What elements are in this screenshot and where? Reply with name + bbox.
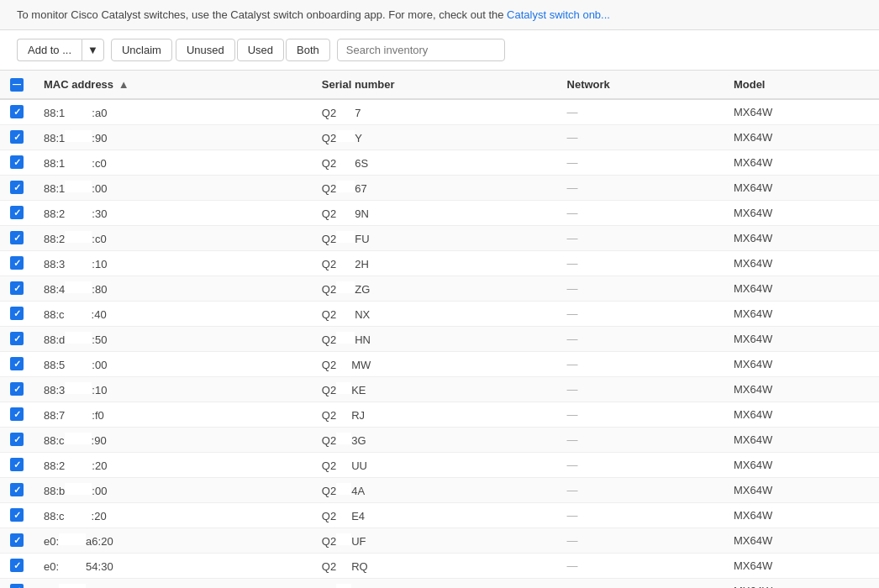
row-checkbox[interactable] xyxy=(10,281,24,295)
row-checkbox[interactable] xyxy=(10,155,24,169)
network: — xyxy=(557,553,724,578)
network: — xyxy=(557,528,724,553)
add-to-group: Add to ... ▼ xyxy=(17,39,104,61)
serial-number: Q27 xyxy=(312,99,557,125)
row-checkbox-cell xyxy=(0,402,34,427)
network: — xyxy=(557,326,724,351)
inventory-table: MAC address ▲ Serial number Network Mode… xyxy=(0,71,879,588)
network: — xyxy=(557,351,724,376)
serial-number: Q2KE xyxy=(312,376,557,402)
network: — xyxy=(557,175,724,200)
row-checkbox[interactable] xyxy=(10,458,24,471)
model: MX64W xyxy=(724,175,879,200)
row-checkbox[interactable] xyxy=(10,357,24,370)
model: MX64W xyxy=(724,427,879,452)
mac-address: e0:a6:20 xyxy=(34,528,312,553)
table-row: 88:3:10Q22H—MX64W xyxy=(0,250,879,276)
unclaim-button[interactable]: Unclaim xyxy=(111,39,172,61)
row-checkbox[interactable] xyxy=(10,181,24,194)
row-checkbox[interactable] xyxy=(10,483,24,496)
model: MX64W xyxy=(724,150,879,175)
toolbar: Add to ... ▼ Unclaim Unused Used Both xyxy=(0,30,879,71)
serial-number: Q2RJ xyxy=(312,402,557,427)
network: — xyxy=(557,225,724,250)
network: — xyxy=(557,402,724,427)
row-checkbox[interactable] xyxy=(10,130,24,144)
select-all-checkbox[interactable] xyxy=(10,78,24,92)
row-checkbox[interactable] xyxy=(10,584,24,588)
table-row: 88:c:90Q23G—MX64W xyxy=(0,427,879,452)
mac-address: 88:3:10 xyxy=(34,376,312,402)
table-row: 88:c:40Q2NX—MX64W xyxy=(0,301,879,326)
header-mac: MAC address ▲ xyxy=(34,71,312,99)
network: — xyxy=(557,427,724,452)
row-checkbox-cell xyxy=(0,452,34,477)
row-checkbox[interactable] xyxy=(10,105,24,118)
mac-address: 88:c:40 xyxy=(34,301,312,326)
row-checkbox-cell xyxy=(0,225,34,250)
row-checkbox[interactable] xyxy=(10,231,24,244)
serial-number: Q23G xyxy=(312,427,557,452)
network: — xyxy=(557,376,724,402)
row-checkbox-cell xyxy=(0,175,34,200)
model: MX64W xyxy=(724,250,879,276)
add-to-dropdown-arrow[interactable]: ▼ xyxy=(82,39,104,61)
banner-link[interactable]: Catalyst switch onb... xyxy=(507,8,610,21)
row-checkbox[interactable] xyxy=(10,508,24,522)
row-checkbox[interactable] xyxy=(10,407,24,421)
serial-number: Q2Y xyxy=(312,124,557,150)
table-row: 88:4:80Q2ZG—MX64W xyxy=(0,276,879,301)
used-button[interactable]: Used xyxy=(237,39,284,61)
search-input[interactable] xyxy=(337,39,505,61)
serial-number: Q2KN xyxy=(312,578,557,588)
table-header-row: MAC address ▲ Serial number Network Mode… xyxy=(0,71,879,99)
serial-number: Q29N xyxy=(312,200,557,225)
table-row: 88:b:00Q24A—MX64W xyxy=(0,477,879,502)
row-checkbox[interactable] xyxy=(10,307,24,320)
mac-address: 88:1:90 xyxy=(34,124,312,150)
model: MX64W xyxy=(724,452,879,477)
mac-address: 88:d:50 xyxy=(34,326,312,351)
serial-number: Q2FU xyxy=(312,225,557,250)
both-button[interactable]: Both xyxy=(286,39,330,61)
model: MX64W xyxy=(724,376,879,402)
table-row: 88:3:10Q2KE—MX64W xyxy=(0,376,879,402)
table-row: 88:1:00Q267—MX64W xyxy=(0,175,879,200)
table-row: e0:54:30Q2RQ—MX64W xyxy=(0,553,879,578)
row-checkbox[interactable] xyxy=(10,433,24,446)
mac-address: 88:b:00 xyxy=(34,477,312,502)
row-checkbox[interactable] xyxy=(10,382,24,396)
table-row: 88:1:c0Q26S—MX64W xyxy=(0,150,879,175)
mac-address: 88:1:a0 xyxy=(34,99,312,125)
serial-number: Q2E4 xyxy=(312,502,557,528)
mac-address: 88:1:c0 xyxy=(34,150,312,175)
unused-button[interactable]: Unused xyxy=(176,39,235,61)
row-checkbox[interactable] xyxy=(10,533,24,547)
add-to-button[interactable]: Add to ... xyxy=(17,39,82,61)
network: — xyxy=(557,99,724,125)
row-checkbox[interactable] xyxy=(10,559,24,572)
serial-number: Q267 xyxy=(312,175,557,200)
mac-address: 88:3:10 xyxy=(34,250,312,276)
row-checkbox[interactable] xyxy=(10,206,24,219)
header-model: Model xyxy=(724,71,879,99)
row-checkbox-cell xyxy=(0,502,34,528)
table-container: MAC address ▲ Serial number Network Mode… xyxy=(0,71,879,588)
serial-number: Q24A xyxy=(312,477,557,502)
mac-address: 88:5:00 xyxy=(34,351,312,376)
model: MX64W xyxy=(724,351,879,376)
table-row: 88:2:20Q2UU—MX64W xyxy=(0,452,879,477)
row-checkbox-cell xyxy=(0,578,34,588)
mac-address: 88:1:00 xyxy=(34,175,312,200)
mac-address: 88:2:30 xyxy=(34,200,312,225)
table-row: 88:d:50Q2HN—MX64W xyxy=(0,326,879,351)
table-row: 88:1:a0Q27—MX64W xyxy=(0,99,879,125)
row-checkbox-cell xyxy=(0,150,34,175)
header-network: Network xyxy=(557,71,724,99)
row-checkbox[interactable] xyxy=(10,256,24,270)
serial-number: Q2HN xyxy=(312,326,557,351)
serial-number: Q2MW xyxy=(312,351,557,376)
row-checkbox[interactable] xyxy=(10,332,24,345)
serial-number: Q26S xyxy=(312,150,557,175)
table-row: 88:5:00Q2MW—MX64W xyxy=(0,351,879,376)
